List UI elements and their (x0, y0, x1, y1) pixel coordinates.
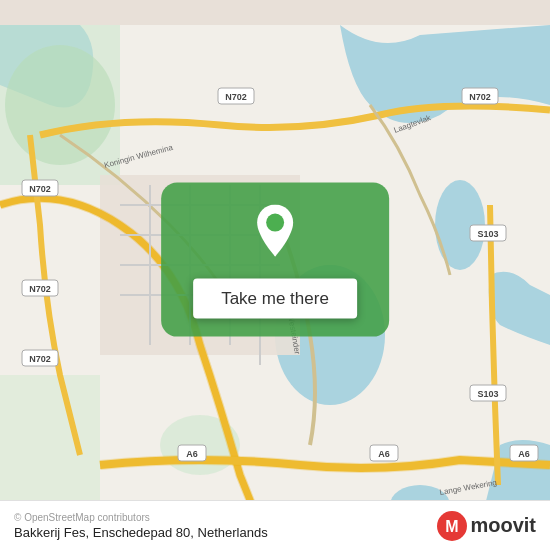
svg-text:A6: A6 (518, 449, 530, 459)
svg-text:N702: N702 (225, 92, 247, 102)
svg-point-5 (5, 45, 115, 165)
moovit-m-icon: M (437, 511, 467, 541)
svg-text:A6: A6 (186, 449, 198, 459)
cta-overlay: Take me there (161, 183, 389, 337)
cta-card: Take me there (161, 183, 389, 337)
moovit-wordmark: moovit (470, 514, 536, 537)
bottom-bar: © OpenStreetMap contributors Bakkerij Fe… (0, 500, 550, 550)
svg-text:A6: A6 (378, 449, 390, 459)
bottom-left-info: © OpenStreetMap contributors Bakkerij Fe… (14, 512, 268, 540)
svg-text:S103: S103 (477, 229, 498, 239)
svg-text:M: M (446, 518, 459, 535)
svg-text:N702: N702 (29, 284, 51, 294)
moovit-logo: M moovit (437, 511, 536, 541)
take-me-there-button[interactable]: Take me there (193, 279, 357, 319)
location-pin-icon (249, 205, 301, 265)
svg-point-41 (266, 214, 284, 232)
map-container: N702 N702 N702 N702 N702 S103 S103 A6 A6… (0, 0, 550, 550)
svg-text:N702: N702 (29, 354, 51, 364)
copyright-text: © OpenStreetMap contributors (14, 512, 268, 523)
svg-text:N702: N702 (469, 92, 491, 102)
svg-text:N702: N702 (29, 184, 51, 194)
svg-text:S103: S103 (477, 389, 498, 399)
location-text: Bakkerij Fes, Enschedepad 80, Netherland… (14, 525, 268, 540)
